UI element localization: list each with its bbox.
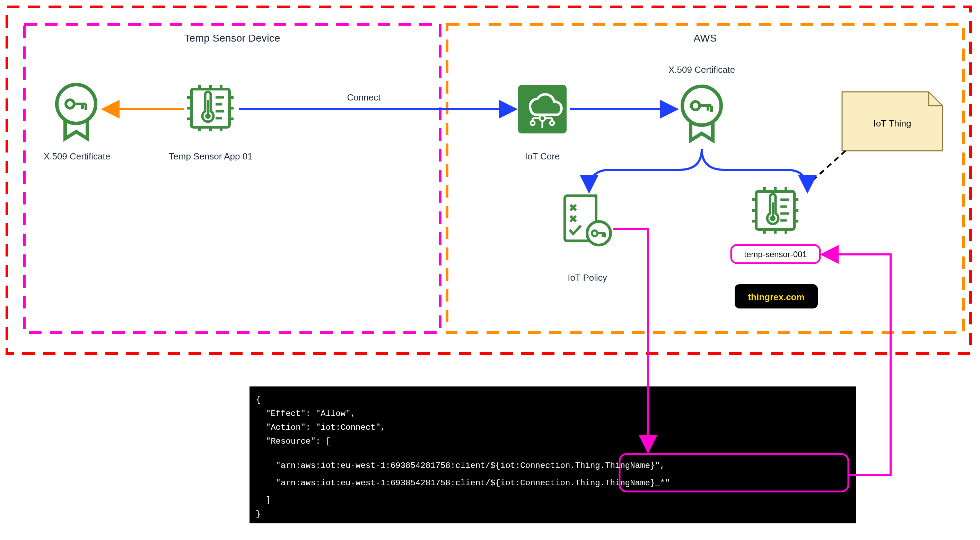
code-line: { [256, 395, 261, 405]
code-line: ] [256, 495, 270, 505]
device-title: Temp Sensor Device [185, 32, 280, 44]
device-app-label: Temp Sensor App 01 [169, 151, 252, 161]
iot-core-label: IoT Core [525, 151, 560, 161]
iot-core-icon [518, 85, 566, 134]
chip-thermometer-icon [187, 85, 234, 131]
note-connector [803, 151, 846, 189]
outer-boundary [7, 7, 970, 354]
svg-text:IoT Thing: IoT Thing [873, 118, 912, 129]
code-line: "Action": "iot:Connect", [256, 423, 385, 432]
iot-policy-label: IoT Policy [568, 272, 607, 283]
code-block: { "Effect": "Allow", "Action": "iot:Conn… [250, 387, 856, 523]
iot-thing-note: IoT Thing [842, 92, 943, 151]
arrow-cert-fanout [589, 149, 807, 191]
svg-rect-0 [24, 24, 440, 333]
aws-cert-label: X.509 Certificate [668, 64, 735, 75]
chip-thermometer-icon [752, 187, 799, 234]
watermark-text: thingrex.com [748, 292, 804, 302]
thing-name: temp-sensor-001 [744, 250, 807, 259]
device-cert-label: X.509 Certificate [44, 151, 110, 161]
connect-label: Connect [347, 92, 381, 103]
code-line: "arn:aws:iot:eu-west-1:693854281758:clie… [256, 461, 665, 470]
iot-policy-icon [565, 196, 611, 245]
code-line: "arn:aws:iot:eu-west-1:693854281758:clie… [256, 478, 670, 487]
code-line: "Effect": "Allow", [256, 409, 356, 418]
aws-container: AWS IoT Core X.509 Certificate [447, 24, 963, 333]
svg-point-2 [66, 100, 74, 108]
code-line: } [256, 510, 261, 519]
code-line: "Resource": [ [256, 437, 331, 446]
svg-point-36 [691, 102, 700, 110]
certificate-icon [682, 86, 721, 140]
certificate-icon [57, 84, 95, 139]
aws-title: AWS [694, 32, 717, 44]
device-container: Temp Sensor Device X.509 Certificate [24, 24, 440, 333]
